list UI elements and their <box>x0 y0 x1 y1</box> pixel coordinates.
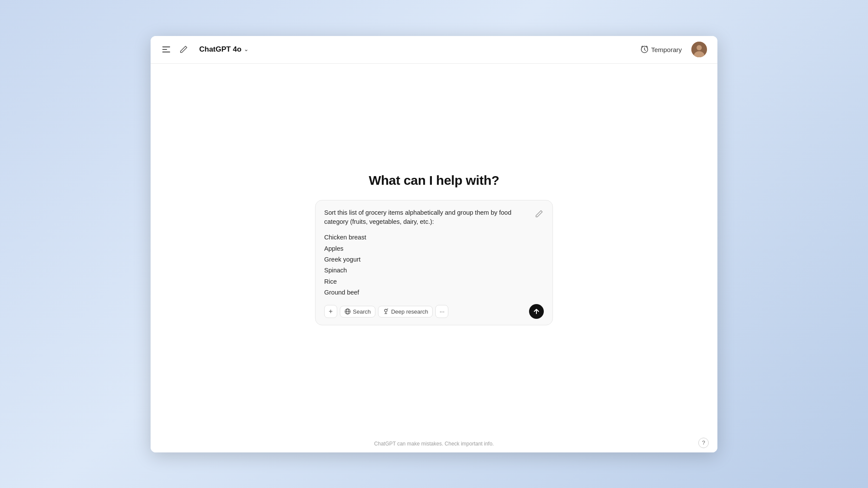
plus-icon: + <box>329 308 332 315</box>
list-item: Apples <box>324 243 544 254</box>
main-content: What can I help with? Sort this list of … <box>151 64 717 435</box>
header-right: Temporary <box>636 42 707 57</box>
new-chat-icon[interactable] <box>178 44 189 55</box>
help-button[interactable]: ? <box>698 438 709 448</box>
deep-research-label: Deep research <box>391 308 428 315</box>
send-button[interactable] <box>529 304 544 319</box>
more-options-button[interactable]: ··· <box>435 305 448 318</box>
search-label: Search <box>353 308 371 315</box>
search-button[interactable]: Search <box>340 306 375 318</box>
svg-rect-2 <box>162 52 170 52</box>
list-item: Spinach <box>324 265 544 276</box>
page-title: What can I help with? <box>369 173 499 188</box>
microscope-icon <box>383 308 389 314</box>
temporary-badge[interactable]: Temporary <box>636 44 686 55</box>
prompt-text: Sort this list of grocery items alphabet… <box>324 208 535 227</box>
input-header: Sort this list of grocery items alphabet… <box>324 208 544 227</box>
help-icon: ? <box>702 439 705 446</box>
footer: ChatGPT can make mistakes. Check importa… <box>151 435 717 452</box>
input-toolbar: + Search <box>324 304 544 319</box>
model-selector[interactable]: ChatGPT 4o ⌄ <box>196 43 252 56</box>
header-left: ChatGPT 4o ⌄ <box>161 43 252 56</box>
svg-line-13 <box>387 309 388 310</box>
browser-window: ChatGPT 4o ⌄ Temporary <box>151 36 717 452</box>
chevron-down-icon: ⌄ <box>244 46 248 52</box>
temporary-label: Temporary <box>651 46 682 53</box>
ellipsis-icon: ··· <box>440 308 445 315</box>
model-name-label: ChatGPT 4o <box>199 45 241 54</box>
svg-rect-0 <box>162 46 170 47</box>
globe-icon <box>345 308 351 314</box>
list-item: Ground beef <box>324 287 544 298</box>
attach-button[interactable]: + <box>324 305 337 318</box>
input-container: Sort this list of grocery items alphabet… <box>315 200 553 326</box>
list-item: Rice <box>324 276 544 287</box>
deep-research-button[interactable]: Deep research <box>378 306 433 318</box>
avatar[interactable] <box>691 42 707 57</box>
list-item: Chicken breast <box>324 232 544 243</box>
header: ChatGPT 4o ⌄ Temporary <box>151 36 717 64</box>
svg-rect-1 <box>162 49 167 50</box>
grocery-list: Chicken breast Apples Greek yogurt Spina… <box>324 232 544 298</box>
sidebar-toggle-icon[interactable] <box>161 44 171 55</box>
edit-prompt-icon[interactable] <box>535 209 544 218</box>
svg-point-5 <box>697 45 702 50</box>
clock-icon <box>641 46 648 53</box>
svg-point-10 <box>385 309 387 312</box>
list-item: Greek yogurt <box>324 254 544 265</box>
footer-disclaimer: ChatGPT can make mistakes. Check importa… <box>374 441 494 447</box>
